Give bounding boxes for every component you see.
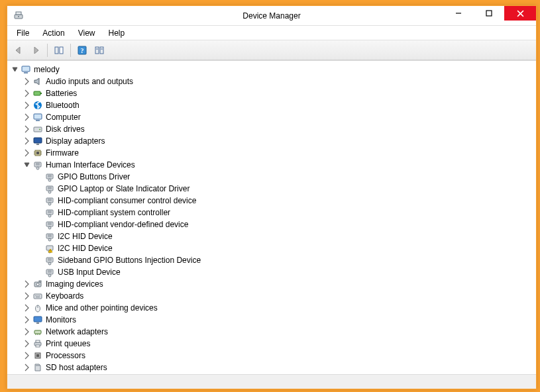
- device-category-label: Mice and other pointing devices: [46, 303, 158, 313]
- menu-action[interactable]: Action: [37, 27, 70, 39]
- titlebar[interactable]: Device Manager: [7, 6, 536, 26]
- menu-file[interactable]: File: [11, 27, 34, 39]
- bluetooth-icon: [32, 100, 43, 111]
- device-category-label: Print queues: [46, 339, 90, 348]
- device-category[interactable]: Firmware: [21, 147, 536, 159]
- device-item-label: HID-compliant system controller: [58, 208, 170, 217]
- device-item-label: GPIO Buttons Driver: [58, 172, 130, 181]
- minimize-button[interactable]: [443, 6, 474, 21]
- device-item[interactable]: USB Input Device: [32, 266, 536, 278]
- expand-collapse-icon[interactable]: [23, 364, 31, 371]
- monitor-icon: [32, 315, 43, 325]
- cpu-icon: [32, 350, 43, 361]
- maximize-button[interactable]: [474, 6, 504, 21]
- close-button[interactable]: [504, 6, 536, 21]
- forward-button[interactable]: [28, 43, 43, 58]
- device-category[interactable]: Computer: [21, 111, 536, 123]
- expand-collapse-icon[interactable]: [23, 328, 31, 336]
- menu-help[interactable]: Help: [103, 27, 131, 39]
- hid-icon: [32, 160, 43, 170]
- expand-collapse-icon: [35, 185, 43, 193]
- device-item[interactable]: I2C HID Device: [32, 230, 536, 242]
- expand-collapse-icon[interactable]: [11, 66, 19, 74]
- expand-collapse-icon[interactable]: [23, 340, 31, 348]
- show-hide-console-button[interactable]: [52, 43, 66, 58]
- expand-collapse-icon: [35, 268, 43, 276]
- svg-rect-8: [60, 47, 63, 54]
- tree-root-node[interactable]: melody: [9, 64, 536, 75]
- device-item-label: I2C HID Device: [58, 244, 113, 253]
- svg-point-2: [18, 16, 19, 17]
- device-category-label: Firmware: [46, 148, 79, 158]
- expand-collapse-icon[interactable]: [23, 101, 31, 109]
- help-button[interactable]: ?: [75, 43, 89, 58]
- expand-collapse-icon[interactable]: [23, 316, 31, 324]
- window: Device Manager File Action View Help: [7, 5, 537, 389]
- hid-icon: [44, 219, 55, 230]
- device-category[interactable]: Audio inputs and outputs: [21, 75, 536, 87]
- tree-root-label: melody: [34, 65, 60, 74]
- expand-collapse-icon[interactable]: [23, 125, 31, 133]
- expand-collapse-icon[interactable]: [23, 280, 31, 288]
- device-category[interactable]: SD host adapters: [21, 362, 536, 373]
- device-item[interactable]: HID-compliant consumer control device: [32, 195, 536, 207]
- expand-collapse-icon[interactable]: [23, 89, 31, 97]
- device-item[interactable]: HID-compliant vendor-defined device: [32, 219, 536, 230]
- device-category[interactable]: Mice and other pointing devices: [21, 302, 536, 314]
- printer-icon: [32, 338, 43, 349]
- device-category[interactable]: Disk drives: [21, 123, 536, 135]
- expand-collapse-icon[interactable]: [23, 352, 31, 360]
- device-category[interactable]: Print queues: [21, 338, 536, 350]
- expand-collapse-icon[interactable]: [23, 149, 31, 157]
- expand-collapse-icon[interactable]: [23, 113, 31, 121]
- svg-text:?: ?: [81, 47, 84, 54]
- device-category[interactable]: Network adapters: [21, 326, 536, 338]
- device-item[interactable]: HID-compliant system controller: [32, 207, 536, 219]
- expand-collapse-icon: [35, 197, 43, 205]
- expand-collapse-icon[interactable]: [23, 77, 31, 85]
- network-icon: [32, 326, 43, 337]
- device-category[interactable]: Keyboards: [21, 290, 536, 302]
- device-item[interactable]: GPIO Buttons Driver: [32, 171, 536, 183]
- expand-collapse-icon[interactable]: [23, 137, 31, 145]
- properties-button[interactable]: [92, 43, 107, 58]
- expand-collapse-icon[interactable]: [23, 161, 31, 169]
- device-category-label: Audio inputs and outputs: [46, 77, 133, 86]
- hid-warn-icon: [44, 243, 55, 254]
- device-category[interactable]: Human Interface Devices: [21, 159, 536, 171]
- device-category-label: Computer: [46, 113, 81, 122]
- device-category[interactable]: Display adapters: [21, 135, 536, 147]
- back-button[interactable]: [11, 43, 26, 58]
- expand-collapse-icon: [35, 256, 43, 264]
- device-category[interactable]: Bluetooth: [21, 99, 536, 111]
- display-icon: [32, 136, 43, 146]
- expand-collapse-icon[interactable]: [23, 292, 31, 300]
- device-category[interactable]: Processors: [21, 350, 536, 362]
- hid-icon: [44, 255, 55, 266]
- device-item-label: USB Input Device: [58, 268, 121, 277]
- device-category[interactable]: Monitors: [21, 314, 536, 326]
- svg-rect-4: [486, 11, 492, 16]
- device-category[interactable]: Batteries: [21, 87, 536, 99]
- device-category-label: Processors: [46, 351, 85, 360]
- expand-collapse-icon: [35, 220, 43, 228]
- menu-view[interactable]: View: [73, 27, 101, 39]
- device-category-label: Bluetooth: [46, 101, 80, 110]
- device-item[interactable]: GPIO Laptop or Slate Indicator Driver: [32, 183, 536, 195]
- toolbar-separator: [70, 44, 71, 57]
- device-category-label: Keyboards: [46, 291, 83, 301]
- device-tree-pane[interactable]: melodyAudio inputs and outputsBatteriesB…: [7, 60, 536, 374]
- device-category-label: Imaging devices: [46, 279, 103, 289]
- device-category[interactable]: Imaging devices: [21, 278, 536, 290]
- device-item-label: I2C HID Device: [58, 232, 113, 241]
- expand-collapse-icon[interactable]: [23, 304, 31, 312]
- device-item[interactable]: Sideband GPIO Buttons Injection Device: [32, 254, 536, 266]
- hid-icon: [44, 231, 55, 242]
- device-item-label: GPIO Laptop or Slate Indicator Driver: [58, 184, 189, 193]
- device-item[interactable]: I2C HID Device: [32, 242, 536, 254]
- expand-collapse-icon: [35, 232, 43, 240]
- svg-rect-12: [100, 47, 103, 54]
- chip-icon: [32, 148, 43, 158]
- device-category-label: Network adapters: [46, 327, 108, 336]
- expand-collapse-icon: [35, 173, 43, 181]
